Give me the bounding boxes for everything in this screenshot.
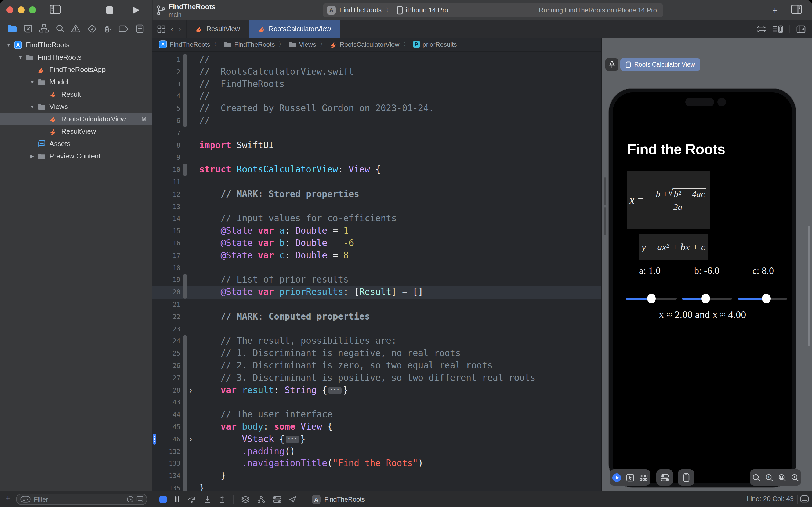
code-line-19[interactable]: 19 // List of prior results [152, 274, 602, 287]
debug-gauge-icon[interactable] [102, 22, 114, 35]
breadcrumb-item-findtheroots[interactable]: A FindTheRoots [159, 40, 210, 48]
code-line-132[interactable]: 132 .padding() [152, 446, 602, 458]
code-line-12[interactable]: 12 // MARK: Stored properties [152, 188, 602, 201]
code-line-18[interactable]: 18 [152, 262, 602, 274]
tree-item-assets[interactable]: Assets [0, 137, 152, 150]
pause-icon[interactable] [175, 496, 180, 503]
code-line-4[interactable]: 4 // [152, 91, 602, 103]
canvas-scrollbar[interactable] [604, 207, 606, 235]
canvas-scrollbar-right[interactable] [808, 226, 810, 346]
tree-item-rootscalculatorview[interactable]: RootsCalculatorView M [0, 113, 152, 125]
find-icon[interactable] [54, 22, 66, 35]
toggle-navigator-icon[interactable] [49, 4, 61, 14]
project-navigator-icon[interactable] [6, 22, 18, 35]
code-line-3[interactable]: 3 // FindTheRoots [152, 78, 602, 91]
run-button[interactable] [132, 6, 140, 14]
code-line-24[interactable]: 24 // The result, possibilities are: [152, 335, 602, 348]
code-line-6[interactable]: 6 // [152, 115, 602, 127]
code-line-15[interactable]: 15 @State var a: Double = 1 [152, 225, 602, 237]
filter-field[interactable]: Filter [16, 494, 147, 505]
zoom-100-icon[interactable]: 1 [765, 473, 773, 482]
source-control-status-icon[interactable] [136, 496, 143, 503]
view-hierarchy-icon[interactable] [241, 496, 250, 503]
run-destination[interactable]: iPhone 14 Pro [406, 6, 448, 14]
add-editor-icon[interactable] [797, 25, 806, 33]
variants-mode-button[interactable] [640, 474, 648, 481]
code-fold-ellipsis[interactable]: ••• [286, 436, 299, 443]
minimize-window-button[interactable] [18, 6, 25, 13]
code-line-10[interactable]: 10 struct RootsCalculatorView: View { [152, 164, 602, 176]
running-app-indicator[interactable]: A FindTheRoots [312, 495, 365, 504]
pin-preview-button[interactable] [605, 58, 618, 71]
breadcrumb-item-views[interactable]: Views [288, 41, 316, 48]
add-button[interactable]: + [772, 5, 777, 16]
disclosure-down-icon[interactable]: ▼ [16, 55, 25, 60]
slider-thumb[interactable] [701, 294, 710, 303]
zoom-fit-icon[interactable] [778, 473, 786, 482]
code-line-17[interactable]: 17 @State var c: Double = 8 [152, 250, 602, 262]
code-line-26[interactable]: 26 // 2. Discriminant is zero, so two eq… [152, 360, 602, 372]
slider-a[interactable] [626, 297, 677, 300]
code-line-46[interactable]: 46 ❯ VStack {•••} [152, 433, 602, 446]
code-line-21[interactable]: 21 [152, 299, 602, 311]
environment-overrides-button[interactable] [660, 473, 669, 482]
code-line-1[interactable]: 1 // [152, 54, 602, 66]
tree-item-views[interactable]: ▼ Views [0, 101, 152, 113]
zoom-out-icon[interactable] [752, 473, 760, 482]
tab-rootscalculatorview[interactable]: RootsCalculatorView [249, 20, 340, 38]
code-line-16[interactable]: 16 @State var b: Double = -6 [152, 237, 602, 250]
breadcrumb-item-rootscalculatorview[interactable]: RootsCalculatorView [330, 41, 399, 48]
code-line-7[interactable]: 7 [152, 127, 602, 139]
slider-thumb[interactable] [647, 294, 655, 303]
breadcrumb-item-priorresults[interactable]: P priorResults [413, 41, 457, 48]
tree-item-findtheroots[interactable]: ▼ FindTheRoots [0, 51, 152, 63]
go-back-icon[interactable]: ‹ [171, 25, 173, 33]
disclosure-down-icon[interactable]: ▼ [4, 42, 13, 48]
add-filter-button[interactable]: + [5, 494, 10, 503]
code-line-5[interactable]: 5 // Created by Russell Gordon on 2023-0… [152, 103, 602, 115]
breakpoints-toggle-button[interactable] [160, 496, 167, 503]
go-forward-icon[interactable]: › [179, 25, 181, 33]
code-line-23[interactable]: 23 [152, 323, 602, 335]
stop-button[interactable] [106, 6, 113, 14]
code-line-135[interactable]: 135 } [152, 482, 602, 492]
disclosure-down-icon[interactable]: ▼ [28, 79, 37, 84]
toggle-inspector-icon[interactable] [791, 4, 802, 14]
related-items-icon[interactable] [157, 25, 165, 33]
code-line-22[interactable]: 22 // MARK: Computed properties [152, 311, 602, 323]
tab-resultview[interactable]: ResultView [187, 20, 249, 38]
code-line-20[interactable]: 20 @State var priorResults: [Result] = [… [152, 286, 602, 299]
zoom-in-icon[interactable] [791, 473, 799, 482]
editor-options-icon[interactable] [772, 25, 783, 33]
tree-item-result[interactable]: Result [0, 88, 152, 101]
symbols-icon[interactable] [38, 22, 50, 35]
step-into-icon[interactable] [204, 496, 211, 503]
preview-target-pill[interactable]: Roots Calculator View [620, 58, 700, 71]
disclosure-right-icon[interactable]: ▶ [28, 153, 37, 159]
code-line-134[interactable]: 134 } [152, 470, 602, 482]
code-line-28[interactable]: 28 ❯ var result: String {•••} [152, 384, 602, 397]
code-line-133[interactable]: 133 .navigationTitle("Find the Roots") [152, 458, 602, 470]
canvas-scrollbar[interactable] [604, 177, 606, 205]
tree-item-resultview[interactable]: ResultView [0, 125, 152, 137]
step-over-icon[interactable] [187, 496, 196, 503]
tree-item-model[interactable]: ▼ Model [0, 76, 152, 88]
code-review-icon[interactable] [757, 25, 766, 33]
source-editor[interactable]: 1 // 2 // RootsCalculatorView.swift 3 //… [152, 52, 602, 492]
code-fold-ellipsis[interactable]: ••• [329, 387, 342, 394]
step-out-icon[interactable] [219, 496, 226, 503]
tree-item-findtherootsapp[interactable]: FindTheRootsApp [0, 63, 152, 76]
tree-item-findtheroots[interactable]: ▼ A FindTheRoots [0, 39, 152, 51]
scheme-selector[interactable]: A FindTheRoots 〉 iPhone 14 Pro Running F… [323, 3, 663, 17]
slider-c[interactable] [738, 297, 787, 300]
breadcrumb-item-findtheroots[interactable]: FindTheRoots [224, 41, 275, 48]
toggle-debug-area-icon[interactable] [800, 495, 809, 503]
reports-icon[interactable] [134, 22, 146, 35]
code-line-45[interactable]: 45 var body: some View { [152, 421, 602, 434]
issues-icon[interactable] [70, 22, 82, 35]
live-preview-button[interactable] [612, 473, 621, 482]
memory-graph-icon[interactable] [257, 496, 265, 503]
recent-files-icon[interactable] [127, 496, 134, 503]
disclosure-down-icon[interactable]: ▼ [28, 104, 37, 109]
code-line-2[interactable]: 2 // RootsCalculatorView.swift [152, 66, 602, 78]
